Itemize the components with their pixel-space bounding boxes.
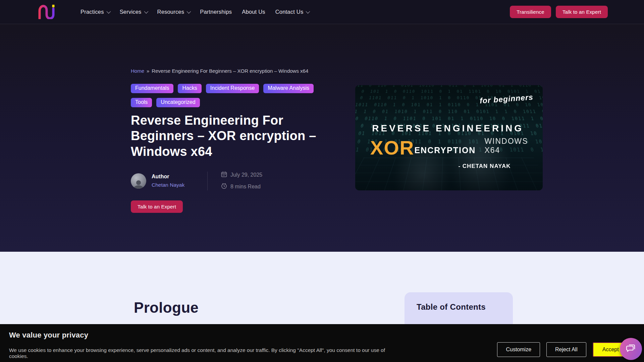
breadcrumb-current: Reverse Engineering For Beginners – XOR …: [152, 68, 308, 74]
nav-label: Resources: [157, 9, 184, 15]
page-title: Reverse Engineering For Beginners – XOR …: [131, 113, 332, 159]
page: Practices Services Resources Partnership…: [0, 0, 644, 362]
chevron-down-icon: [106, 9, 111, 14]
image-text-windows-x64: WINDOWS X64: [484, 137, 543, 157]
clock-icon: [221, 183, 227, 190]
author-avatar: [131, 173, 146, 189]
nav-item-services[interactable]: Services: [120, 9, 147, 15]
hero-section: Home»Reverse Engineering For Beginners –…: [0, 24, 644, 252]
nav-item-about-us[interactable]: About Us: [242, 9, 265, 15]
chevron-down-icon: [306, 9, 310, 14]
chat-launcher-button[interactable]: [620, 338, 642, 360]
nav-label: Services: [120, 9, 142, 15]
tag-malware-analysis[interactable]: Malware Analysis: [263, 84, 314, 93]
image-text-xor: XOR: [370, 139, 415, 157]
nav-label: About Us: [242, 9, 265, 15]
tag-hacks[interactable]: Hacks: [178, 84, 201, 93]
tag-incident-response[interactable]: Incident Response: [206, 84, 259, 93]
breadcrumb: Home»Reverse Engineering For Beginners –…: [131, 68, 543, 74]
cookie-actions: Customize Reject All Accept All: [497, 342, 636, 357]
calendar-icon: [221, 171, 227, 179]
cookie-banner-title: We value your privacy: [9, 331, 88, 340]
chevron-down-icon: [144, 9, 148, 14]
tag-uncategorized[interactable]: Uncategorized: [156, 98, 200, 107]
read-time: 8 mins Read: [230, 184, 261, 190]
cookie-banner: We value your privacy We use cookies to …: [0, 324, 644, 362]
author-label: Author: [152, 174, 195, 180]
image-text-reverse-engineering: REVERSE ENGINEERING: [372, 123, 524, 134]
breadcrumb-home-link[interactable]: Home: [131, 68, 144, 74]
nav-item-practices[interactable]: Practices: [80, 9, 110, 15]
nav-item-resources[interactable]: Resources: [157, 9, 190, 15]
tag-tools[interactable]: Tools: [131, 98, 152, 107]
post-date: July 29, 2025: [230, 172, 262, 178]
logo-squiggle-icon: [37, 4, 61, 20]
tag-fundamentals[interactable]: Fundamentals: [131, 84, 173, 93]
talk-to-expert-button[interactable]: Talk to an Expert: [556, 6, 608, 18]
author-name-link[interactable]: Chetan Nayak: [152, 182, 195, 188]
image-text-credit: - CHETAN NAYAK: [458, 163, 511, 170]
section-heading-prologue: Prologue: [134, 299, 389, 316]
cookie-banner-message: We use cookies to enhance your browsing …: [9, 347, 395, 359]
reject-all-button[interactable]: Reject All: [546, 342, 586, 357]
nav-label: Contact Us: [275, 9, 304, 15]
breadcrumb-separator: »: [147, 68, 149, 74]
site-header: Practices Services Resources Partnership…: [0, 0, 644, 24]
header-actions: Transilience Talk to an Expert: [510, 6, 608, 18]
transilience-button[interactable]: Transilience: [510, 6, 551, 18]
chevron-down-icon: [187, 9, 191, 14]
author-row: Author Chetan Nayak: [131, 171, 337, 190]
nav-item-contact-us[interactable]: Contact Us: [275, 9, 309, 15]
site-logo[interactable]: [37, 4, 61, 20]
post-header: Fundamentals Hacks Incident Response Mal…: [131, 84, 337, 213]
nav-label: Partnerships: [200, 9, 232, 15]
chat-icon: [626, 343, 636, 355]
talk-to-expert-cta-button[interactable]: Talk to an Expert: [131, 200, 183, 213]
nav-label: Practices: [80, 9, 104, 15]
divider: [207, 172, 208, 190]
nav-item-partnerships[interactable]: Partnerships: [200, 9, 232, 15]
customize-button[interactable]: Customize: [497, 342, 540, 357]
tag-list: Fundamentals Hacks Incident Response Mal…: [131, 84, 322, 107]
featured-image: 1011 0 110 1 0101 10110 1 011 0 1 1010 0…: [355, 85, 543, 190]
image-text-encryption: ENCRYPTION: [414, 145, 476, 157]
main-nav: Practices Services Resources Partnership…: [80, 9, 309, 15]
toc-title: Table of Contents: [417, 302, 513, 312]
